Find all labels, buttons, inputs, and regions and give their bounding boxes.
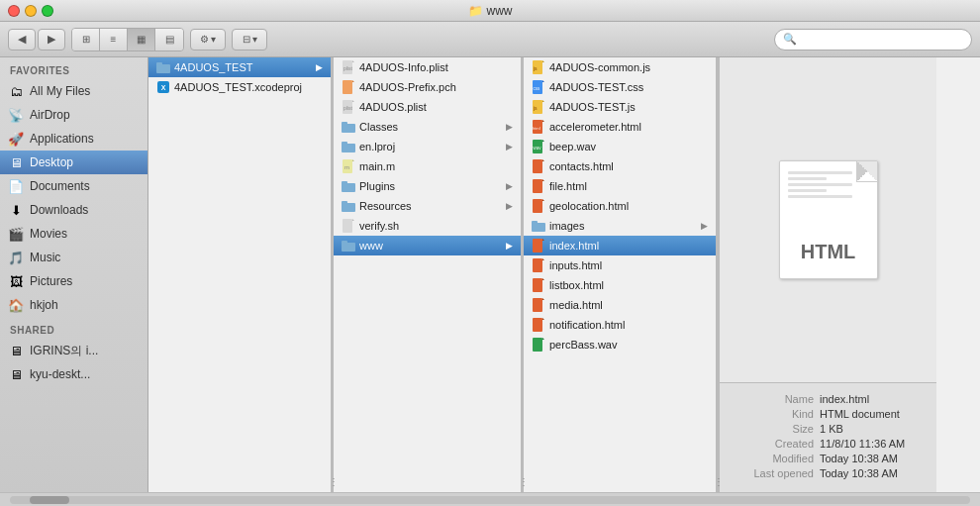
svg-marker-24 bbox=[352, 219, 354, 221]
html-icon6 bbox=[532, 258, 545, 272]
forward-button[interactable]: ▶ bbox=[38, 29, 65, 51]
file-item-contacts-html[interactable]: contacts.html bbox=[524, 156, 716, 176]
sidebar-item-kyu-desktop[interactable]: 🖥 kyu-deskt... bbox=[0, 362, 147, 386]
svg-marker-34 bbox=[542, 100, 544, 102]
file-item-name: 4ADUOS_TEST.xcodeproj bbox=[174, 81, 323, 93]
file-item-4aduos-test-js[interactable]: js 4ADUOS-TEST.js bbox=[524, 97, 716, 117]
maximize-button[interactable] bbox=[42, 5, 53, 17]
file-item-resources[interactable]: Resources ▶ bbox=[334, 196, 521, 216]
pane-resize-3[interactable] bbox=[717, 57, 719, 492]
file-item-name: Plugins bbox=[359, 180, 502, 192]
svg-rect-26 bbox=[342, 241, 347, 245]
file-item-plugins[interactable]: Plugins ▶ bbox=[334, 176, 521, 196]
svg-marker-43 bbox=[542, 159, 544, 161]
file-item-4aduos-info-plist[interactable]: plist 4ADUOS-Info.plist bbox=[334, 57, 521, 77]
file-item-inputs-html[interactable]: inputs.html bbox=[524, 255, 716, 275]
file-item-index-html[interactable]: index.html bbox=[524, 236, 716, 255]
folder-icon6 bbox=[342, 239, 355, 253]
file-item-name: main.m bbox=[359, 160, 513, 172]
css-icon: css bbox=[532, 80, 545, 94]
cover-view-button[interactable]: ▤ bbox=[155, 29, 183, 51]
file-item-name: Classes bbox=[359, 121, 502, 133]
svg-rect-50 bbox=[533, 239, 542, 253]
file-item-4aduos-test-xcodeproj[interactable]: X 4ADUOS_TEST.xcodeproj bbox=[148, 77, 331, 97]
file-item-4aduos-common-js[interactable]: js 4ADUOS-common.js bbox=[524, 57, 716, 77]
sidebar-item-desktop[interactable]: 🖥 Desktop bbox=[0, 151, 147, 174]
file-pane-1: 4ADUOS_TEST ▶ X 4ADUOS_TEST.xcodeproj bbox=[148, 57, 332, 492]
sidebar-item-all-my-files[interactable]: 🗂 All My Files bbox=[0, 79, 147, 103]
list-view-button[interactable]: ≡ bbox=[100, 29, 128, 51]
file-item-media-html[interactable]: media.html bbox=[524, 295, 716, 315]
search-box[interactable]: 🔍 bbox=[774, 29, 972, 51]
sidebar-item-applications[interactable]: 🚀 Applications bbox=[0, 127, 147, 151]
minimize-button[interactable] bbox=[25, 5, 37, 17]
sidebar-item-music[interactable]: 🎵 Music bbox=[0, 246, 147, 269]
downloads-icon: ⬇ bbox=[8, 202, 24, 218]
svg-rect-20 bbox=[342, 181, 347, 185]
file-item-4aduos-plist[interactable]: plist 4ADUOS.plist bbox=[334, 97, 521, 117]
svg-rect-13 bbox=[342, 122, 347, 126]
sidebar-item-pictures[interactable]: 🖼 Pictures bbox=[0, 269, 147, 293]
folder-icon bbox=[156, 60, 170, 74]
back-button[interactable]: ◀ bbox=[8, 29, 36, 51]
file-item-verify-sh[interactable]: verify.sh bbox=[334, 216, 521, 236]
file-item-name: verify.sh bbox=[359, 220, 513, 232]
sidebar-item-documents[interactable]: 📄 Documents bbox=[0, 174, 147, 198]
sidebar-item-movies[interactable]: 🎬 Movies bbox=[0, 222, 147, 246]
file-item-images[interactable]: images ▶ bbox=[524, 216, 716, 236]
file-item-classes[interactable]: Classes ▶ bbox=[334, 117, 521, 137]
file-item-accelerometer-html[interactable]: html accelerometer.html bbox=[524, 117, 716, 137]
applications-icon: 🚀 bbox=[8, 131, 24, 147]
file-item-main-m[interactable]: m main.m bbox=[334, 156, 521, 176]
file-browser: 4ADUOS_TEST ▶ X 4ADUOS_TEST.xcodeproj pl… bbox=[148, 57, 980, 492]
scrollbar-thumb[interactable] bbox=[30, 496, 69, 504]
sidebar-item-airdrop[interactable]: 📡 AirDrop bbox=[0, 103, 147, 127]
search-icon: 🔍 bbox=[783, 33, 797, 46]
file-item-notification-html[interactable]: notification.html bbox=[524, 315, 716, 335]
sidebar-item-igrins[interactable]: 🖥 IGRINS의 i... bbox=[0, 339, 147, 362]
file-item-file-html[interactable]: file.html bbox=[524, 176, 716, 196]
file-item-listbox-html[interactable]: listbox.html bbox=[524, 275, 716, 295]
plist-icon: plist bbox=[342, 60, 355, 74]
arrange-button[interactable]: ⊟ ▾ bbox=[232, 29, 267, 51]
file-item-en-lproj[interactable]: en.lproj ▶ bbox=[334, 137, 521, 156]
info-row-size: Size 1 KB bbox=[735, 423, 922, 435]
html-document-icon: HTML bbox=[779, 160, 878, 279]
info-size-label: Size bbox=[735, 423, 814, 435]
info-created-label: Created bbox=[735, 438, 814, 450]
sidebar-item-downloads[interactable]: ⬇ Downloads bbox=[0, 198, 147, 222]
file-item-www[interactable]: www ▶ bbox=[334, 236, 521, 255]
html-icon3 bbox=[532, 179, 545, 193]
scrollbar-track[interactable] bbox=[10, 496, 970, 504]
sh-file-icon bbox=[342, 219, 355, 233]
preview-pane: HTML Name index.html Kind HTML document … bbox=[719, 57, 936, 492]
svg-rect-22 bbox=[342, 201, 347, 205]
close-button[interactable] bbox=[8, 5, 20, 17]
file-item-4aduos-prefix-pch[interactable]: 4ADUOS-Prefix.pch bbox=[334, 77, 521, 97]
svg-text:m: m bbox=[344, 164, 349, 170]
folder-icon: 📁 bbox=[468, 4, 483, 18]
svg-marker-59 bbox=[542, 318, 544, 320]
sidebar-item-hkjoh[interactable]: 🏠 hkjoh bbox=[0, 293, 147, 317]
file-item-beep-wav[interactable]: wav beep.wav bbox=[524, 137, 716, 156]
favorites-header: FAVORITES bbox=[0, 57, 147, 79]
svg-marker-10 bbox=[352, 100, 354, 102]
all-my-files-icon: 🗂 bbox=[8, 83, 24, 99]
file-item-name: listbox.html bbox=[549, 279, 708, 291]
file-item-4aduos-test-css[interactable]: css 4ADUOS-TEST.css bbox=[524, 77, 716, 97]
icon-view-button[interactable]: ⊞ bbox=[72, 29, 100, 51]
svg-text:html: html bbox=[533, 126, 540, 131]
file-item-4aduos-test-dir[interactable]: 4ADUOS_TEST ▶ bbox=[148, 57, 331, 77]
svg-marker-53 bbox=[542, 258, 544, 260]
svg-marker-55 bbox=[542, 278, 544, 280]
file-item-percbass-wav[interactable]: percBass.wav bbox=[524, 335, 716, 354]
file-item-geolocation-html[interactable]: geolocation.html bbox=[524, 196, 716, 216]
search-input[interactable] bbox=[801, 34, 963, 46]
svg-rect-44 bbox=[533, 179, 542, 193]
doc-line bbox=[788, 177, 827, 180]
action-button[interactable]: ⚙ ▾ bbox=[190, 29, 226, 51]
arrange-icon: ⊟ bbox=[243, 34, 250, 45]
preview-content: HTML bbox=[720, 57, 936, 382]
column-view-button[interactable]: ▦ bbox=[128, 29, 155, 51]
svg-text:js: js bbox=[533, 105, 538, 111]
